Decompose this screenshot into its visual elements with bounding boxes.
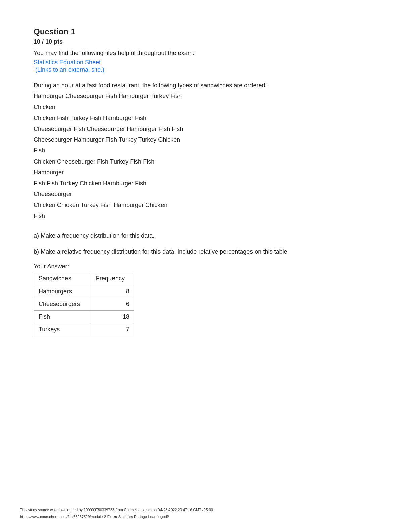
table-row: Fish18 bbox=[34, 311, 134, 323]
footer-study-source: This study source was downloaded by 1000… bbox=[20, 508, 213, 512]
sandwich-line4: Cheeseburger Fish Cheeseburger Hamburger… bbox=[34, 124, 336, 134]
sandwich-list: During an hour at a fast food restaurant… bbox=[34, 80, 336, 221]
sandwich-line12: Fish bbox=[34, 211, 336, 221]
sandwich-cell: Hamburgers bbox=[34, 285, 91, 298]
frequency-cell: 6 bbox=[91, 298, 134, 311]
intro-text: You may find the following files helpful… bbox=[34, 49, 336, 58]
sandwich-cell: Cheeseburgers bbox=[34, 298, 91, 311]
sandwich-line6: Fish bbox=[34, 145, 336, 156]
part-b: b) Make a relative frequency distributio… bbox=[34, 247, 336, 256]
table-header-frequency: Frequency bbox=[91, 272, 134, 285]
footer-url: https://www.coursehero.com/file/66267529… bbox=[20, 515, 169, 519]
sandwich-line1: Hamburger Cheeseburger Fish Hamburger Tu… bbox=[34, 91, 336, 101]
sandwich-line8: Hamburger bbox=[34, 167, 336, 178]
sandwich-cell: Fish bbox=[34, 311, 91, 323]
sandwich-line5: Cheeseburger Hamburger Fish Turkey Turke… bbox=[34, 134, 336, 145]
equation-sheet-link[interactable]: Statistics Equation Sheet (Links to an e… bbox=[34, 59, 336, 73]
sandwich-line9: Fish Fish Turkey Chicken Hamburger Fish bbox=[34, 178, 336, 189]
table-row: Turkeys7 bbox=[34, 323, 134, 336]
frequency-cell: 18 bbox=[91, 311, 134, 323]
sandwich-description: During an hour at a fast food restaurant… bbox=[34, 80, 336, 91]
sandwich-line2: Chicken bbox=[34, 102, 336, 113]
part-a: a) Make a frequency distribution for thi… bbox=[34, 231, 336, 240]
table-row: Hamburgers8 bbox=[34, 285, 134, 298]
sandwich-line3: Chicken Fish Turkey Fish Hamburger Fish bbox=[34, 113, 336, 123]
frequency-cell: 8 bbox=[91, 285, 134, 298]
frequency-table: Sandwiches Frequency Hamburgers8Cheesebu… bbox=[34, 272, 134, 336]
question-points: 10 / 10 pts bbox=[34, 38, 336, 45]
sandwich-line7: Chicken Cheeseburger Fish Turkey Fish Fi… bbox=[34, 156, 336, 167]
table-header-sandwiches: Sandwiches bbox=[34, 272, 91, 285]
table-row: Cheeseburgers6 bbox=[34, 298, 134, 311]
sandwich-line10: Cheeseburger bbox=[34, 189, 336, 200]
frequency-cell: 7 bbox=[91, 323, 134, 336]
question-title: Question 1 bbox=[34, 27, 336, 36]
sandwich-line11: Chicken Chicken Turkey Fish Hamburger Ch… bbox=[34, 200, 336, 210]
your-answer-label: Your Answer: bbox=[34, 263, 336, 270]
sandwich-cell: Turkeys bbox=[34, 323, 91, 336]
